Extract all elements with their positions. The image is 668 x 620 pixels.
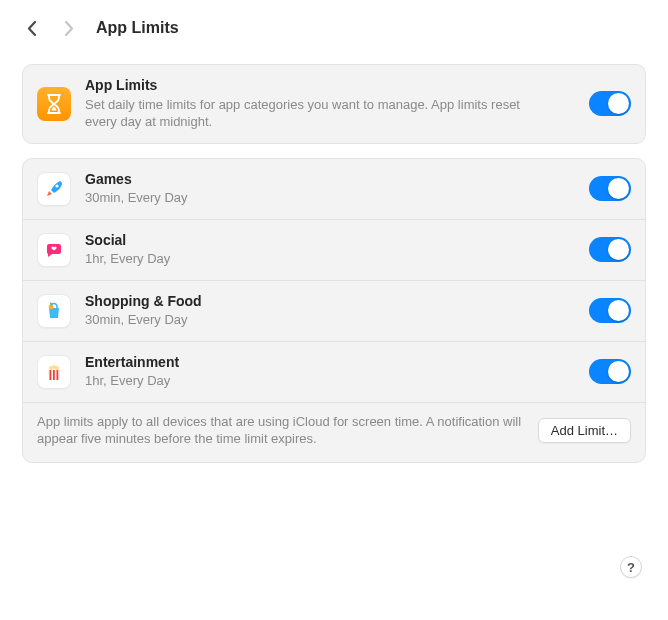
category-body: Entertainment 1hr, Every Day <box>85 354 579 390</box>
chat-heart-icon <box>37 233 71 267</box>
page-title: App Limits <box>96 19 179 37</box>
category-limit: 1hr, Every Day <box>85 372 579 390</box>
hourglass-icon <box>37 87 71 121</box>
popcorn-icon <box>37 355 71 389</box>
master-toggle-body: App Limits Set daily time limits for app… <box>85 77 579 131</box>
category-body: Shopping & Food 30min, Every Day <box>85 293 579 329</box>
master-toggle-title: App Limits <box>85 77 579 95</box>
svg-point-7 <box>55 366 59 370</box>
category-row-shopping-food[interactable]: Shopping & Food 30min, Every Day <box>23 280 645 341</box>
category-body: Social 1hr, Every Day <box>85 232 579 268</box>
category-toggle-entertainment[interactable] <box>589 359 631 384</box>
forward-button[interactable] <box>62 19 74 37</box>
titlebar: App Limits <box>0 0 668 56</box>
svg-point-0 <box>55 184 58 187</box>
category-name: Games <box>85 171 579 189</box>
app-limits-pane: App Limits App Limits Set daily time lim… <box>0 0 668 620</box>
chevron-right-icon <box>63 20 74 37</box>
category-name: Shopping & Food <box>85 293 579 311</box>
category-body: Games 30min, Every Day <box>85 171 579 207</box>
back-button[interactable] <box>26 19 38 37</box>
add-limit-button[interactable]: Add Limit… <box>538 418 631 443</box>
categories-card: Games 30min, Every Day Social 1hr, Every… <box>22 158 646 463</box>
svg-rect-3 <box>53 370 55 380</box>
nav-arrows <box>26 19 74 37</box>
category-toggle-social[interactable] <box>589 237 631 262</box>
footer-note: App limits apply to all devices that are… <box>37 413 538 448</box>
help-button[interactable]: ? <box>620 556 642 578</box>
master-toggle-card: App Limits Set daily time limits for app… <box>22 64 646 144</box>
shopping-bag-icon <box>37 294 71 328</box>
category-name: Social <box>85 232 579 250</box>
category-name: Entertainment <box>85 354 579 372</box>
rocket-icon <box>37 172 71 206</box>
category-limit: 30min, Every Day <box>85 189 579 207</box>
svg-rect-4 <box>57 370 59 380</box>
master-toggle-description: Set daily time limits for app categories… <box>85 96 535 131</box>
master-toggle-row: App Limits Set daily time limits for app… <box>23 65 645 143</box>
category-row-entertainment[interactable]: Entertainment 1hr, Every Day <box>23 341 645 402</box>
category-row-social[interactable]: Social 1hr, Every Day <box>23 219 645 280</box>
category-toggle-games[interactable] <box>589 176 631 201</box>
category-row-games[interactable]: Games 30min, Every Day <box>23 159 645 219</box>
category-limit: 30min, Every Day <box>85 311 579 329</box>
content: App Limits Set daily time limits for app… <box>0 56 668 463</box>
chevron-left-icon <box>27 20 38 37</box>
footer-row: App limits apply to all devices that are… <box>23 402 645 462</box>
svg-rect-2 <box>50 370 52 380</box>
master-toggle-switch[interactable] <box>589 91 631 116</box>
category-toggle-shopping-food[interactable] <box>589 298 631 323</box>
category-limit: 1hr, Every Day <box>85 250 579 268</box>
svg-point-1 <box>49 304 54 309</box>
